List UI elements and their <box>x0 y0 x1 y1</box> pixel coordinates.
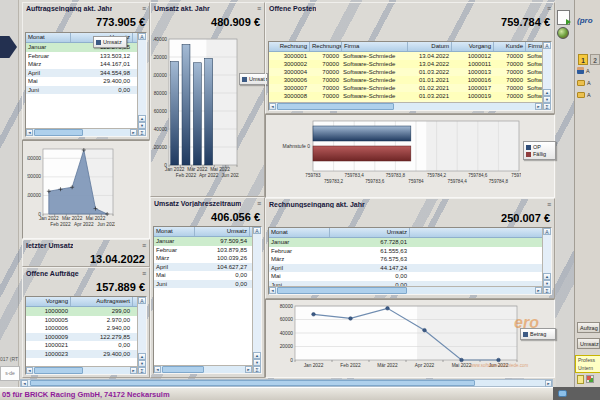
tree-item[interactable]: A <box>577 90 591 99</box>
column-header[interactable]: Rechnungsadr <box>309 42 341 51</box>
table-row[interactable]: 10000062.940,00 <box>26 324 137 333</box>
table-row[interactable]: 10000210,00 <box>26 341 137 350</box>
column-header[interactable]: Rechnung <box>269 42 309 51</box>
table-row[interactable]: Februar133.503,12 <box>26 52 137 61</box>
filter-row-button[interactable]: A <box>543 42 551 49</box>
filter-row-button[interactable]: A <box>543 228 551 235</box>
table-row[interactable]: 300000670000Software-Schmiede01.01.20211… <box>269 76 542 84</box>
table-row[interactable]: Januar67.728,01 <box>269 238 542 247</box>
table-row[interactable]: April104.627,27 <box>154 263 252 272</box>
table-row[interactable]: Juni0,00 <box>26 86 137 95</box>
filter-row-button[interactable]: A <box>253 227 261 234</box>
tree-item[interactable]: A <box>577 66 590 75</box>
scroll-left-icon[interactable]: ◄ <box>26 367 33 374</box>
scrollbar-thumb[interactable] <box>30 380 475 386</box>
table-row[interactable]: 300000870000Software-Schmiede01.03.20211… <box>269 92 542 100</box>
table-row[interactable]: Mai0,00 <box>154 271 252 280</box>
scrollbar-track[interactable] <box>138 40 146 115</box>
scrollbar-track[interactable] <box>253 234 261 352</box>
scrollbar-track[interactable] <box>276 103 535 110</box>
scrollbar-track[interactable] <box>276 287 535 294</box>
table-row[interactable]: Februar61.555,63 <box>269 247 542 256</box>
scroll-up-icon[interactable]: ▲ <box>138 115 146 122</box>
minimized-window-icon[interactable] <box>558 390 567 397</box>
scroll-left-icon[interactable]: ◄ <box>269 103 276 110</box>
background-app-tab-2[interactable]: 2 <box>590 54 600 65</box>
column-header[interactable]: Kunde <box>493 42 525 51</box>
column-header[interactable]: Auftragswert <box>70 297 132 306</box>
panel-menu-icon[interactable]: ≡ <box>547 5 551 12</box>
scrollbar-track[interactable] <box>543 235 551 273</box>
sum-button[interactable]: Σ <box>543 103 551 110</box>
table-row[interactable]: Februar103.879,85 <box>154 246 252 255</box>
scroll-down-icon[interactable]: ▼ <box>543 96 551 103</box>
column-header[interactable]: Monat <box>154 227 194 236</box>
umsatz-button[interactable]: Umsatz <box>577 338 600 349</box>
scroll-right-icon[interactable]: ► <box>245 366 252 373</box>
scroll-down-icon[interactable]: ▼ <box>543 280 551 287</box>
sum-button[interactable]: Σ <box>138 367 146 374</box>
table-row[interactable]: März100.039,26 <box>154 254 252 263</box>
filter-row-button[interactable]: A <box>138 297 146 304</box>
globe-icon[interactable] <box>557 27 569 39</box>
scroll-right-icon[interactable]: ► <box>545 380 552 387</box>
table-row[interactable]: Mai0,00 <box>269 272 542 281</box>
scroll-up-icon[interactable]: ▲ <box>253 352 261 359</box>
scroll-left-icon[interactable]: ◄ <box>21 380 28 387</box>
column-header[interactable]: Umsatz <box>194 227 249 236</box>
scrollbar-track[interactable] <box>33 129 130 136</box>
table-row[interactable]: 1000000299,00 <box>26 307 137 316</box>
table-row[interactable]: April344.554,98 <box>26 69 137 78</box>
tree-item[interactable]: A <box>577 78 591 87</box>
table-row[interactable]: 100002329.400,00 <box>26 350 137 359</box>
table-row[interactable]: 300000470000Software-Schmiede01.03.20221… <box>269 68 542 76</box>
document-icon[interactable] <box>577 375 584 384</box>
column-header[interactable]: Monat <box>269 228 329 237</box>
scroll-up-icon[interactable]: ▲ <box>543 273 551 280</box>
scrollbar-thumb[interactable] <box>34 129 83 136</box>
column-header[interactable]: Firma <box>525 42 542 51</box>
filter-row-button[interactable]: A <box>138 33 146 40</box>
scrollbar-thumb[interactable] <box>34 367 83 374</box>
panel-menu-icon[interactable]: ≡ <box>142 242 146 249</box>
scroll-up-icon[interactable]: ▲ <box>138 353 146 360</box>
table-row[interactable]: 1000009122.279,85 <box>26 333 137 342</box>
scroll-right-icon[interactable]: ► <box>535 103 542 110</box>
scrollbar-track[interactable] <box>33 367 130 374</box>
scroll-right-icon[interactable]: ► <box>130 367 137 374</box>
sum-button[interactable]: Σ <box>543 287 551 294</box>
window-horizontal-scrollbar[interactable]: ◄ ► <box>20 379 553 387</box>
table-row[interactable]: April44.147,24 <box>269 264 542 273</box>
scroll-left-icon[interactable]: ◄ <box>26 129 33 136</box>
table-row[interactable]: Juni0,00 <box>154 280 252 289</box>
column-header[interactable]: Vorgang <box>26 297 70 306</box>
table-row[interactable]: März144.167,01 <box>26 60 137 69</box>
panel-menu-icon[interactable]: ≡ <box>142 270 146 277</box>
scrollbar-track[interactable] <box>138 304 146 353</box>
scrollbar-thumb[interactable] <box>277 287 407 294</box>
column-header[interactable]: Datum <box>407 42 451 51</box>
scroll-right-icon[interactable]: ► <box>535 287 542 294</box>
column-header[interactable]: Vorgang <box>451 42 493 51</box>
panel-menu-icon[interactable]: ≡ <box>142 5 146 12</box>
nav-collapse-arrow-icon[interactable] <box>0 36 17 58</box>
scroll-right-icon[interactable]: ► <box>130 129 137 136</box>
table-row[interactable]: 300000270000Software-Schmiede13.04.20221… <box>269 60 542 68</box>
table-row[interactable]: 10000052.970,00 <box>26 316 137 325</box>
scrollbar-thumb[interactable] <box>162 366 204 373</box>
scroll-down-icon[interactable]: ▼ <box>253 359 261 366</box>
table-row[interactable]: 300000770000Software-Schmiede01.02.20211… <box>269 84 542 92</box>
scroll-left-icon[interactable]: ◄ <box>154 366 161 373</box>
scroll-down-icon[interactable]: ▼ <box>138 122 146 129</box>
sum-button[interactable]: Σ <box>253 366 261 373</box>
table-row[interactable]: 300000170000Software-Schmiede13.04.20221… <box>269 52 542 60</box>
scrollbar-track[interactable] <box>28 380 545 386</box>
column-header[interactable]: Monat <box>26 33 70 42</box>
scrollbar-thumb[interactable] <box>277 103 394 110</box>
scroll-up-icon[interactable]: ▲ <box>543 89 551 96</box>
column-header[interactable]: Firma <box>341 42 407 51</box>
table-row[interactable]: Mai29.400,00 <box>26 77 137 86</box>
scroll-down-icon[interactable]: ▼ <box>138 360 146 367</box>
table-row[interactable]: März76.575,63 <box>269 255 542 264</box>
panel-menu-icon[interactable]: ≡ <box>257 5 261 12</box>
